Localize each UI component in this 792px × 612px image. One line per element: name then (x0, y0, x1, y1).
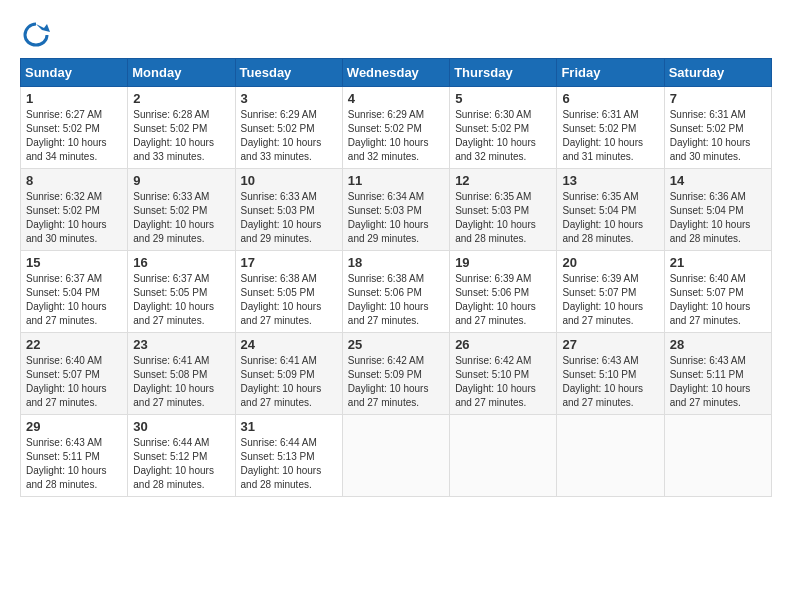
day-info: Sunrise: 6:37 AM Sunset: 5:05 PM Dayligh… (133, 272, 229, 328)
day-number: 25 (348, 337, 444, 352)
day-info: Sunrise: 6:40 AM Sunset: 5:07 PM Dayligh… (26, 354, 122, 410)
day-number: 11 (348, 173, 444, 188)
calendar-day-22: 22 Sunrise: 6:40 AM Sunset: 5:07 PM Dayl… (21, 333, 128, 415)
calendar-day-4: 4 Sunrise: 6:29 AM Sunset: 5:02 PM Dayli… (342, 87, 449, 169)
day-number: 31 (241, 419, 337, 434)
empty-cell (450, 415, 557, 497)
empty-cell (557, 415, 664, 497)
day-info: Sunrise: 6:42 AM Sunset: 5:10 PM Dayligh… (455, 354, 551, 410)
logo (20, 20, 50, 48)
weekday-header-monday: Monday (128, 59, 235, 87)
calendar-day-19: 19 Sunrise: 6:39 AM Sunset: 5:06 PM Dayl… (450, 251, 557, 333)
day-info: Sunrise: 6:33 AM Sunset: 5:02 PM Dayligh… (133, 190, 229, 246)
day-number: 24 (241, 337, 337, 352)
day-info: Sunrise: 6:43 AM Sunset: 5:10 PM Dayligh… (562, 354, 658, 410)
calendar-day-1: 1 Sunrise: 6:27 AM Sunset: 5:02 PM Dayli… (21, 87, 128, 169)
day-number: 19 (455, 255, 551, 270)
day-info: Sunrise: 6:38 AM Sunset: 5:06 PM Dayligh… (348, 272, 444, 328)
day-info: Sunrise: 6:32 AM Sunset: 5:02 PM Dayligh… (26, 190, 122, 246)
calendar-day-26: 26 Sunrise: 6:42 AM Sunset: 5:10 PM Dayl… (450, 333, 557, 415)
calendar-day-21: 21 Sunrise: 6:40 AM Sunset: 5:07 PM Dayl… (664, 251, 771, 333)
calendar-day-25: 25 Sunrise: 6:42 AM Sunset: 5:09 PM Dayl… (342, 333, 449, 415)
day-info: Sunrise: 6:28 AM Sunset: 5:02 PM Dayligh… (133, 108, 229, 164)
day-info: Sunrise: 6:31 AM Sunset: 5:02 PM Dayligh… (670, 108, 766, 164)
weekday-header-saturday: Saturday (664, 59, 771, 87)
day-info: Sunrise: 6:35 AM Sunset: 5:04 PM Dayligh… (562, 190, 658, 246)
day-info: Sunrise: 6:34 AM Sunset: 5:03 PM Dayligh… (348, 190, 444, 246)
day-number: 20 (562, 255, 658, 270)
weekday-header-friday: Friday (557, 59, 664, 87)
calendar-day-23: 23 Sunrise: 6:41 AM Sunset: 5:08 PM Dayl… (128, 333, 235, 415)
weekday-header-thursday: Thursday (450, 59, 557, 87)
page-header (20, 20, 772, 48)
calendar-day-16: 16 Sunrise: 6:37 AM Sunset: 5:05 PM Dayl… (128, 251, 235, 333)
day-info: Sunrise: 6:30 AM Sunset: 5:02 PM Dayligh… (455, 108, 551, 164)
day-info: Sunrise: 6:37 AM Sunset: 5:04 PM Dayligh… (26, 272, 122, 328)
day-info: Sunrise: 6:41 AM Sunset: 5:08 PM Dayligh… (133, 354, 229, 410)
calendar-day-2: 2 Sunrise: 6:28 AM Sunset: 5:02 PM Dayli… (128, 87, 235, 169)
calendar-day-18: 18 Sunrise: 6:38 AM Sunset: 5:06 PM Dayl… (342, 251, 449, 333)
day-number: 8 (26, 173, 122, 188)
day-number: 7 (670, 91, 766, 106)
day-number: 6 (562, 91, 658, 106)
calendar-week-5: 29 Sunrise: 6:43 AM Sunset: 5:11 PM Dayl… (21, 415, 772, 497)
day-number: 28 (670, 337, 766, 352)
day-number: 3 (241, 91, 337, 106)
day-info: Sunrise: 6:31 AM Sunset: 5:02 PM Dayligh… (562, 108, 658, 164)
day-number: 5 (455, 91, 551, 106)
day-number: 21 (670, 255, 766, 270)
day-info: Sunrise: 6:41 AM Sunset: 5:09 PM Dayligh… (241, 354, 337, 410)
calendar-day-8: 8 Sunrise: 6:32 AM Sunset: 5:02 PM Dayli… (21, 169, 128, 251)
day-info: Sunrise: 6:29 AM Sunset: 5:02 PM Dayligh… (348, 108, 444, 164)
calendar-day-7: 7 Sunrise: 6:31 AM Sunset: 5:02 PM Dayli… (664, 87, 771, 169)
day-info: Sunrise: 6:39 AM Sunset: 5:06 PM Dayligh… (455, 272, 551, 328)
day-number: 15 (26, 255, 122, 270)
day-info: Sunrise: 6:29 AM Sunset: 5:02 PM Dayligh… (241, 108, 337, 164)
calendar-day-5: 5 Sunrise: 6:30 AM Sunset: 5:02 PM Dayli… (450, 87, 557, 169)
day-number: 27 (562, 337, 658, 352)
day-number: 1 (26, 91, 122, 106)
calendar-day-15: 15 Sunrise: 6:37 AM Sunset: 5:04 PM Dayl… (21, 251, 128, 333)
day-info: Sunrise: 6:44 AM Sunset: 5:12 PM Dayligh… (133, 436, 229, 492)
calendar-header-row: SundayMondayTuesdayWednesdayThursdayFrid… (21, 59, 772, 87)
day-number: 9 (133, 173, 229, 188)
day-number: 22 (26, 337, 122, 352)
calendar-day-6: 6 Sunrise: 6:31 AM Sunset: 5:02 PM Dayli… (557, 87, 664, 169)
day-number: 14 (670, 173, 766, 188)
calendar-day-14: 14 Sunrise: 6:36 AM Sunset: 5:04 PM Dayl… (664, 169, 771, 251)
day-info: Sunrise: 6:27 AM Sunset: 5:02 PM Dayligh… (26, 108, 122, 164)
calendar-week-3: 15 Sunrise: 6:37 AM Sunset: 5:04 PM Dayl… (21, 251, 772, 333)
day-number: 26 (455, 337, 551, 352)
day-info: Sunrise: 6:35 AM Sunset: 5:03 PM Dayligh… (455, 190, 551, 246)
day-number: 16 (133, 255, 229, 270)
calendar-week-2: 8 Sunrise: 6:32 AM Sunset: 5:02 PM Dayli… (21, 169, 772, 251)
calendar-day-17: 17 Sunrise: 6:38 AM Sunset: 5:05 PM Dayl… (235, 251, 342, 333)
empty-cell (342, 415, 449, 497)
day-number: 12 (455, 173, 551, 188)
calendar-day-13: 13 Sunrise: 6:35 AM Sunset: 5:04 PM Dayl… (557, 169, 664, 251)
calendar-day-30: 30 Sunrise: 6:44 AM Sunset: 5:12 PM Dayl… (128, 415, 235, 497)
calendar-week-4: 22 Sunrise: 6:40 AM Sunset: 5:07 PM Dayl… (21, 333, 772, 415)
calendar-day-29: 29 Sunrise: 6:43 AM Sunset: 5:11 PM Dayl… (21, 415, 128, 497)
logo-icon (22, 20, 50, 48)
day-info: Sunrise: 6:42 AM Sunset: 5:09 PM Dayligh… (348, 354, 444, 410)
day-number: 2 (133, 91, 229, 106)
weekday-header-tuesday: Tuesday (235, 59, 342, 87)
day-number: 4 (348, 91, 444, 106)
calendar-day-9: 9 Sunrise: 6:33 AM Sunset: 5:02 PM Dayli… (128, 169, 235, 251)
day-number: 29 (26, 419, 122, 434)
day-number: 18 (348, 255, 444, 270)
day-info: Sunrise: 6:33 AM Sunset: 5:03 PM Dayligh… (241, 190, 337, 246)
calendar-day-31: 31 Sunrise: 6:44 AM Sunset: 5:13 PM Dayl… (235, 415, 342, 497)
calendar-day-10: 10 Sunrise: 6:33 AM Sunset: 5:03 PM Dayl… (235, 169, 342, 251)
calendar-day-27: 27 Sunrise: 6:43 AM Sunset: 5:10 PM Dayl… (557, 333, 664, 415)
calendar-day-11: 11 Sunrise: 6:34 AM Sunset: 5:03 PM Dayl… (342, 169, 449, 251)
calendar-day-24: 24 Sunrise: 6:41 AM Sunset: 5:09 PM Dayl… (235, 333, 342, 415)
day-number: 10 (241, 173, 337, 188)
day-number: 30 (133, 419, 229, 434)
day-info: Sunrise: 6:44 AM Sunset: 5:13 PM Dayligh… (241, 436, 337, 492)
day-info: Sunrise: 6:38 AM Sunset: 5:05 PM Dayligh… (241, 272, 337, 328)
day-info: Sunrise: 6:40 AM Sunset: 5:07 PM Dayligh… (670, 272, 766, 328)
weekday-header-wednesday: Wednesday (342, 59, 449, 87)
calendar-day-12: 12 Sunrise: 6:35 AM Sunset: 5:03 PM Dayl… (450, 169, 557, 251)
